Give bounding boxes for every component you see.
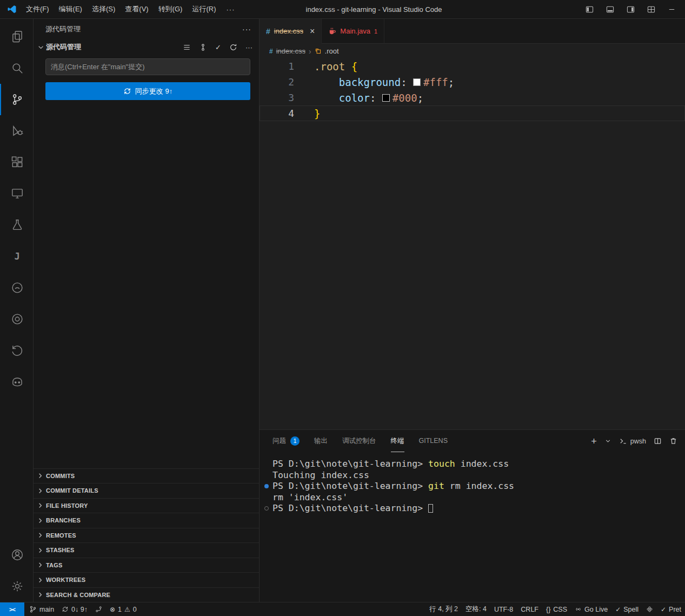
tab-index-css[interactable]: # index.css × <box>260 19 322 44</box>
commit-check-icon[interactable]: ✓ <box>215 43 221 51</box>
color-swatch[interactable] <box>382 94 390 102</box>
sidebar-item-java[interactable]: J <box>0 241 33 272</box>
panel-tab-terminal[interactable]: 终端 <box>391 430 404 452</box>
panel-tab-problems[interactable]: 问题 1 <box>272 430 300 452</box>
sidebar-item-extensions[interactable] <box>0 147 33 178</box>
tab-bar-empty-space <box>384 19 685 44</box>
code-line[interactable]: 1.root { <box>260 58 685 74</box>
split-terminal-icon[interactable] <box>654 437 662 445</box>
breadcrumb-file[interactable]: index.css <box>276 47 305 55</box>
remote-icon: >< <box>9 606 15 613</box>
panel-tab-gitlens[interactable]: GITLENS <box>419 430 448 452</box>
sidebar-item-history[interactable] <box>0 335 33 366</box>
toggle-secondary-sidebar-icon[interactable] <box>622 0 639 18</box>
cursor-position[interactable]: 行 4, 列 2 <box>425 605 462 614</box>
code-line[interactable]: 4} <box>260 105 685 121</box>
sidebar-section-tags[interactable]: TAGS <box>34 558 259 573</box>
remote-indicator[interactable]: >< <box>0 602 24 616</box>
terminal-instance-pwsh[interactable]: pwsh <box>619 437 646 445</box>
menu-run[interactable]: 运行(R) <box>187 0 221 18</box>
sidebar-item-run-debug[interactable] <box>0 115 33 147</box>
refresh-icon[interactable] <box>229 43 237 51</box>
branch-indicator[interactable]: main <box>25 605 58 613</box>
code-line[interactable]: 3 color: #000; <box>260 90 685 105</box>
sidebar-more-actions-icon[interactable]: ··· <box>242 25 251 34</box>
scm-actions: ✓ ··· <box>183 43 252 51</box>
eol[interactable]: CRLF <box>517 606 542 613</box>
close-icon[interactable]: × <box>310 27 315 36</box>
section-label: FILE HISTORY <box>46 502 88 509</box>
extension-status[interactable] <box>642 606 657 613</box>
bottom-panel: 问题 1 输出 调试控制台 终端 GITLENS + <box>260 429 685 602</box>
settings-button[interactable] <box>0 571 33 602</box>
sidebar-item-remote-explorer[interactable] <box>0 178 33 209</box>
prettier-label: Pret <box>669 606 681 613</box>
sidebar-item-gradle[interactable] <box>0 272 33 303</box>
tab-main-java[interactable]: Main.java 1 <box>322 19 384 44</box>
kill-terminal-icon[interactable] <box>669 437 677 445</box>
spell-checker[interactable]: ✓ Spell <box>611 606 642 613</box>
sidebar-section-branches[interactable]: BRANCHES <box>34 513 259 528</box>
terminal-token: rm 'index.css' <box>272 492 348 502</box>
new-terminal-icon[interactable]: + <box>591 436 597 446</box>
prettier-status[interactable]: ✓ Pret <box>657 606 685 613</box>
menu-more-icon[interactable]: ··· <box>221 5 240 14</box>
minimize-icon[interactable] <box>663 0 680 18</box>
accounts-button[interactable] <box>0 539 33 571</box>
indentation[interactable]: 空格: 4 <box>462 605 490 614</box>
terminal-line: rm 'index.css' <box>272 492 685 504</box>
more-actions-icon[interactable]: ··· <box>245 43 252 51</box>
sidebar-item-copilot[interactable] <box>0 366 33 398</box>
sidebar-section-remotes[interactable]: REMOTES <box>34 528 259 543</box>
panel-tab-output[interactable]: 输出 <box>314 430 328 452</box>
chevron-right-icon <box>36 501 44 509</box>
scm-section-header[interactable]: 源代码管理 ✓ ··· <box>34 41 259 54</box>
encoding[interactable]: UTF-8 <box>490 606 517 613</box>
sidebar-item-source-control[interactable] <box>0 84 33 115</box>
panel-tab-debug-console[interactable]: 调试控制台 <box>342 430 376 452</box>
command-decoration-pending[interactable] <box>264 506 269 511</box>
chevron-right-icon <box>36 546 44 554</box>
code-line[interactable]: 2 background: #fff; <box>260 74 685 90</box>
customize-layout-icon[interactable] <box>643 0 659 18</box>
toggle-panel-icon[interactable] <box>602 0 618 18</box>
graph-icon <box>95 606 102 613</box>
terminal-viewport[interactable]: PS D:\git\note\git-learning> touch index… <box>260 452 685 602</box>
menu-file[interactable]: 文件(F) <box>21 0 54 18</box>
terminal-line: Touching index.css <box>272 470 685 481</box>
code-editor[interactable]: 1.root {2 background: #fff;3 color: #000… <box>260 58 685 429</box>
panel-tab-label: 输出 <box>314 436 328 446</box>
color-swatch[interactable] <box>413 78 421 86</box>
sync-status[interactable]: 0↓ 9↑ <box>58 606 91 613</box>
sync-changes-button[interactable]: 同步更改 9↑ <box>45 82 250 100</box>
sidebar-section-search-compare[interactable]: SEARCH & COMPARE <box>34 587 259 602</box>
sidebar-section-file-history[interactable]: FILE HISTORY <box>34 498 259 513</box>
menu-view[interactable]: 查看(V) <box>120 0 153 18</box>
problems-status[interactable]: ⊗ 1 ⚠ 0 <box>106 606 141 613</box>
copilot-icon <box>10 375 24 389</box>
breadcrumb-symbol[interactable]: .root <box>325 47 339 55</box>
go-live[interactable]: Go Live <box>571 606 611 613</box>
history-arrow-icon <box>10 343 24 357</box>
sidebar-item-search[interactable] <box>0 52 33 84</box>
toggle-sidebar-icon[interactable] <box>581 0 597 18</box>
sidebar-section-worktrees[interactable]: WORKTREES <box>34 572 259 587</box>
sidebar-item-record[interactable] <box>0 303 33 335</box>
commit-graph-icon[interactable] <box>199 43 207 51</box>
view-as-list-icon[interactable] <box>183 43 191 51</box>
status-bar: >< main 0↓ 9↑ ⊗ 1 ⚠ 0 行 4, 列 2 空格: 4 UTF… <box>0 602 685 616</box>
commit-graph-status[interactable] <box>91 606 106 613</box>
sidebar-item-testing[interactable] <box>0 209 33 241</box>
menu-edit[interactable]: 编辑(E) <box>54 0 87 18</box>
launch-profile-chevron-icon[interactable] <box>604 438 611 445</box>
chevron-right-icon <box>36 561 44 569</box>
menu-goto[interactable]: 转到(G) <box>154 0 188 18</box>
commit-message-input[interactable] <box>45 58 250 75</box>
sidebar-section-commits[interactable]: COMMITS <box>34 468 259 483</box>
sidebar-section-stashes[interactable]: STASHES <box>34 542 259 558</box>
command-decoration-success[interactable] <box>264 484 269 488</box>
menu-selection[interactable]: 选择(S) <box>87 0 120 18</box>
sidebar-section-commit-details[interactable]: COMMIT DETAILS <box>34 483 259 498</box>
sidebar-item-explorer[interactable] <box>0 21 33 52</box>
language-mode[interactable]: {} CSS <box>542 606 571 613</box>
